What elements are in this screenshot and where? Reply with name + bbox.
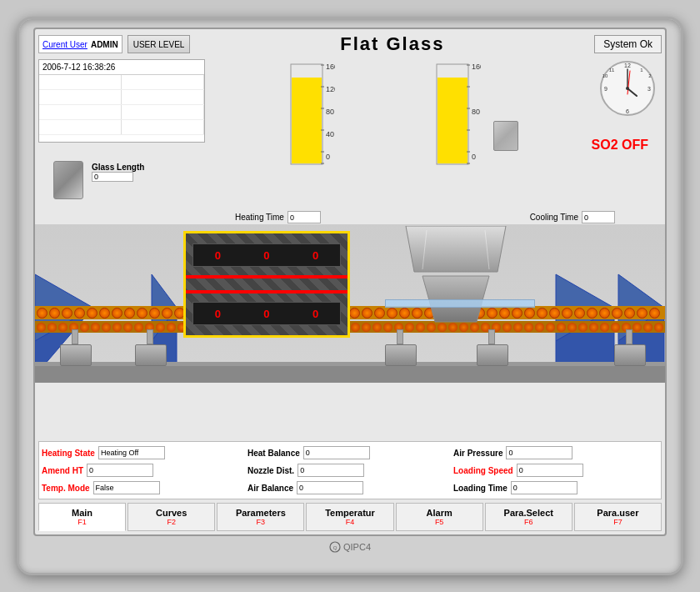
air-balance-row: Air Balance — [248, 479, 452, 496]
loading-time-input[interactable] — [511, 481, 578, 494]
tab-temperatur[interactable]: Temperatur F4 — [306, 503, 393, 531]
svg-text:6: 6 — [626, 108, 629, 114]
motor-pipe-1 — [72, 329, 78, 344]
clock: 12 3 6 9 1 2 11 10 — [598, 59, 657, 118]
tab-para-user-fn: F7 — [613, 518, 622, 526]
chamber-red-bar-bottom — [186, 290, 348, 293]
conveyor-dot — [349, 308, 360, 319]
heat-balance-row: Heat Balance — [248, 444, 452, 461]
air-pressure-label: Air Pressure — [453, 449, 502, 458]
conveyor-dot-bottom — [546, 323, 555, 332]
heating-chamber: 0 0 0 0 0 0 — [183, 231, 350, 338]
amend-ht-input[interactable] — [87, 464, 153, 477]
svg-text:10: 10 — [602, 73, 608, 78]
conveyor-dot-bottom — [351, 323, 360, 332]
conveyor-dot — [524, 308, 535, 319]
conveyor-dot — [637, 308, 648, 319]
temp-mode-input[interactable] — [93, 481, 160, 494]
industrial-scene: 0 0 0 0 0 0 — [35, 224, 665, 383]
svg-text:9: 9 — [604, 86, 608, 92]
monitor: Curent User ADMIN USER LEVEL Flat Glass … — [17, 17, 683, 575]
conveyor-top — [35, 306, 665, 319]
conveyor-dot-bottom — [568, 323, 577, 332]
info-cell-6 — [122, 105, 204, 119]
tab-para-select[interactable]: Para.Select F6 — [485, 503, 572, 531]
conveyor-dot-bottom — [134, 323, 143, 332]
svg-text:12: 12 — [624, 63, 631, 68]
conveyor-dot-bottom — [91, 323, 100, 332]
motor-4 — [477, 344, 508, 366]
svg-text:40: 40 — [326, 130, 334, 138]
user-value: ADMIN — [91, 40, 118, 49]
loading-speed-label: Loading Speed — [453, 466, 513, 475]
time-labels-section: Heating Time Cooling Time — [235, 211, 615, 223]
conveyor-dot — [112, 308, 122, 319]
conveyor-dot — [62, 308, 72, 319]
heating-time-input[interactable] — [288, 211, 321, 223]
conveyor-dot — [537, 308, 548, 319]
motor-pipe-5 — [626, 329, 632, 344]
conveyor-dot-bottom — [167, 323, 176, 332]
svg-point-36 — [626, 87, 629, 90]
datetime-display: 2006-7-12 16:38:26 — [39, 60, 204, 75]
conveyor-dot-bottom — [654, 323, 663, 332]
conveyor-dot-bottom — [557, 323, 566, 332]
conveyor-dot — [87, 308, 98, 319]
conveyor-dot — [74, 308, 85, 319]
conveyor-dot — [374, 308, 385, 319]
chamber-val3: 0 — [312, 249, 318, 262]
info-cell-5 — [39, 105, 122, 119]
chamber-val4: 0 — [215, 308, 221, 320]
so2-status: SO2 OFF — [592, 138, 648, 153]
conveyor-dot-bottom — [589, 323, 598, 332]
svg-rect-50 — [35, 362, 665, 366]
motor-pipe-3 — [397, 329, 403, 344]
tab-main-fn: F1 — [78, 518, 87, 526]
amend-ht-row: Amend HT — [42, 462, 247, 479]
user-level-button[interactable]: USER LEVEL — [128, 35, 191, 53]
conveyor-dot-bottom — [362, 323, 371, 332]
user-section: Curent User ADMIN — [38, 35, 122, 53]
tab-para-user[interactable]: Para.user F7 — [574, 503, 662, 531]
conveyor-dot-bottom — [58, 323, 68, 332]
chamber-val6: 0 — [312, 308, 318, 320]
svg-text:80: 80 — [472, 108, 480, 116]
nozzle-dist-row: Nozzle Dist. — [248, 462, 452, 479]
gauge-slider-right[interactable] — [493, 121, 518, 151]
tab-curves-fn: F2 — [167, 518, 176, 526]
air-balance-input[interactable] — [297, 481, 363, 494]
loading-speed-input[interactable] — [517, 464, 583, 477]
air-pressure-input[interactable] — [506, 446, 572, 459]
tab-main[interactable]: Main F1 — [38, 503, 126, 531]
conveyor-dot-bottom — [643, 323, 652, 332]
tab-parameters[interactable]: Parameters F3 — [217, 503, 304, 531]
glass-length-input[interactable] — [92, 172, 133, 182]
info-cell-4 — [122, 90, 204, 104]
cooling-time-input[interactable] — [582, 211, 615, 223]
conveyor-dot-bottom — [578, 323, 588, 332]
screen: Curent User ADMIN USER LEVEL Flat Glass … — [33, 28, 667, 536]
nozzle-dist-input[interactable] — [298, 464, 364, 477]
conveyor-dot-bottom — [372, 323, 382, 332]
motor-pipe-2 — [147, 329, 153, 344]
tab-main-label: Main — [72, 508, 92, 518]
heat-balance-input[interactable] — [303, 446, 370, 459]
chamber-red-bar-top — [186, 275, 348, 278]
data-panel: Heating State Heat Balance Air Pressure … — [38, 441, 662, 499]
heating-state-input[interactable] — [98, 446, 165, 459]
cooling-time-field: Cooling Time — [530, 211, 615, 223]
page-title: Flat Glass — [195, 33, 589, 55]
svg-text:11: 11 — [609, 68, 615, 73]
svg-text:0: 0 — [326, 153, 330, 161]
heating-time-field: Heating Time — [235, 211, 321, 223]
conveyor-dot-bottom — [102, 323, 111, 332]
conveyor-dot — [162, 308, 172, 319]
tab-para-select-fn: F6 — [524, 518, 533, 526]
conveyor-dot — [124, 308, 135, 319]
conveyor-dot — [612, 308, 622, 319]
conveyor-dot-bottom — [123, 323, 132, 332]
conveyor-dot — [99, 308, 110, 319]
tab-curves[interactable]: Curves F2 — [128, 503, 215, 531]
tab-alarm[interactable]: Alarm F5 — [396, 503, 483, 531]
left-slider-control[interactable] — [53, 161, 83, 199]
